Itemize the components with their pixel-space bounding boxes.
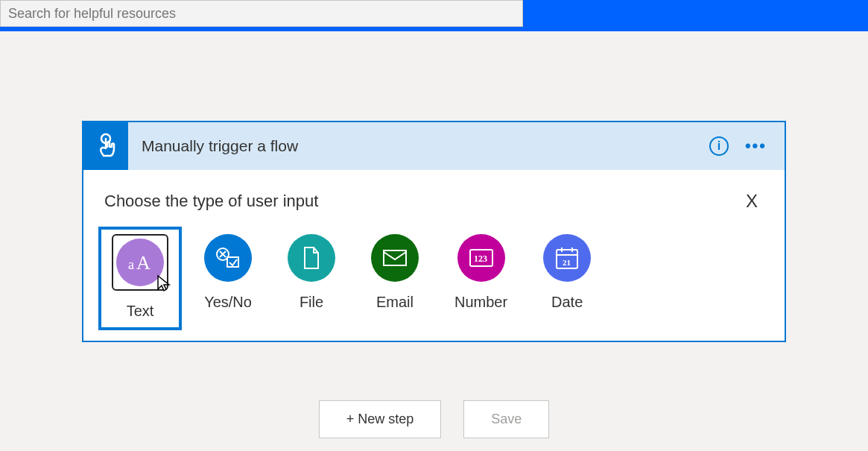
- svg-text:123: 123: [474, 253, 487, 264]
- input-type-number[interactable]: 123 Number: [454, 234, 507, 320]
- input-type-date[interactable]: 21 Date: [543, 234, 591, 320]
- date-icon: 21: [543, 234, 591, 282]
- trigger-title: Manually trigger a flow: [128, 137, 709, 155]
- close-icon[interactable]: X: [740, 188, 764, 215]
- svg-text:A: A: [136, 252, 151, 274]
- action-row: + New step Save: [319, 400, 550, 438]
- number-icon: 123: [457, 234, 505, 282]
- new-step-button[interactable]: + New step: [319, 400, 442, 438]
- top-bar: [0, 0, 868, 31]
- trigger-header-actions: i •••: [709, 136, 785, 156]
- trigger-header[interactable]: Manually trigger a flow i •••: [83, 122, 785, 170]
- trigger-body: Choose the type of user input X aA Text: [83, 170, 785, 341]
- input-type-list: aA Text: [104, 234, 764, 320]
- input-type-file[interactable]: File: [288, 234, 335, 320]
- text-icon: aA: [116, 239, 164, 286]
- file-label: File: [300, 294, 323, 311]
- number-label: Number: [454, 294, 507, 311]
- choose-input-title: Choose the type of user input: [104, 192, 318, 211]
- manual-trigger-icon: [83, 122, 128, 170]
- search-box[interactable]: [0, 0, 523, 27]
- text-label: Text: [127, 303, 154, 320]
- file-icon: [288, 234, 335, 282]
- date-label: Date: [551, 294, 583, 311]
- flow-canvas: Manually trigger a flow i ••• Choose the…: [0, 31, 868, 438]
- trigger-card: Manually trigger a flow i ••• Choose the…: [82, 121, 786, 342]
- input-type-email[interactable]: Email: [371, 234, 419, 320]
- svg-rect-7: [384, 250, 406, 265]
- search-input[interactable]: [8, 6, 515, 22]
- input-type-text[interactable]: aA Text: [98, 227, 182, 330]
- yesno-icon: [204, 234, 252, 282]
- info-icon[interactable]: i: [709, 136, 729, 156]
- yesno-label: Yes/No: [204, 294, 252, 311]
- svg-text:21: 21: [563, 258, 571, 267]
- input-type-yesno[interactable]: Yes/No: [204, 234, 252, 320]
- more-menu-icon[interactable]: •••: [745, 136, 767, 156]
- email-label: Email: [376, 294, 414, 311]
- svg-text:a: a: [128, 257, 134, 272]
- body-header: Choose the type of user input X: [104, 188, 764, 215]
- email-icon: [371, 234, 419, 282]
- save-button[interactable]: Save: [463, 400, 549, 438]
